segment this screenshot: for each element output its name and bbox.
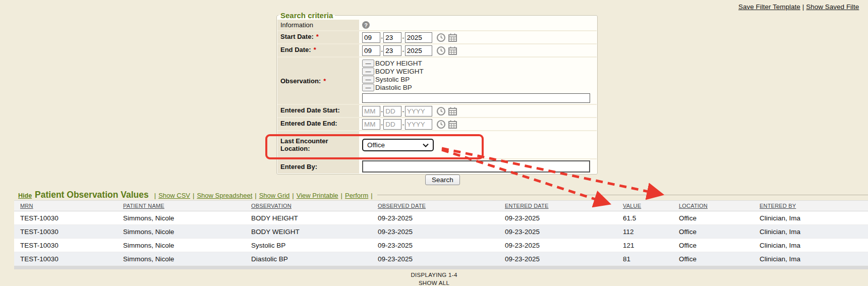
entered-by-row: Entered By: — [277, 159, 597, 174]
cell-mrn: TEST-10030 — [20, 228, 123, 236]
start-date-month-input[interactable]: 09 — [362, 32, 380, 43]
observation-item-label: Diastolic BP — [375, 84, 412, 91]
view-printable-link[interactable]: View Printable — [297, 192, 338, 199]
cell-mrn: TEST-10030 — [20, 242, 123, 249]
calendar-icon[interactable] — [448, 106, 457, 116]
cell-observation: Diastolic BP — [251, 255, 378, 263]
table-row: TEST-10030 Simmons, Nicole Diastolic BP … — [14, 252, 868, 266]
search-button[interactable]: Search — [425, 175, 460, 185]
save-filter-template-link[interactable]: Save Filter Template — [738, 3, 800, 11]
clock-icon[interactable] — [436, 46, 446, 55]
required-asterisk: * — [316, 33, 319, 40]
patient-observation-values-section: Hide Patient Observation Values | Show C… — [0, 190, 868, 286]
calendar-icon[interactable] — [448, 33, 457, 42]
last-encounter-location-select[interactable]: Office — [362, 139, 434, 151]
observation-item: — BODY WEIGHT — [362, 68, 594, 75]
cell-observation: BODY HEIGHT — [251, 214, 378, 222]
entered-date-start-label: Entered Date Start: — [280, 106, 340, 114]
end-date-year-input[interactable]: 2025 — [405, 45, 432, 56]
show-spreadsheet-link[interactable]: Show Spreadsheet — [197, 192, 252, 199]
start-date-row: Start Date:* 09-23-2025 — [277, 31, 597, 44]
date-separator: - — [402, 34, 404, 41]
remove-observation-button[interactable]: — — [362, 60, 374, 67]
last-encounter-selected-value: Office — [367, 141, 385, 149]
entered-end-day-input[interactable]: DD — [383, 119, 401, 130]
remove-observation-button[interactable]: — — [362, 68, 374, 75]
cell-entered-date: 09-23-2025 — [505, 214, 623, 222]
clock-icon[interactable] — [436, 120, 446, 129]
cell-location: Office — [679, 228, 760, 236]
link-separator: | — [371, 192, 372, 199]
column-header-location[interactable]: LOCATION — [679, 203, 760, 209]
search-criteria-legend: Search criteria — [278, 11, 335, 20]
start-date-label: Start Date: — [280, 33, 314, 40]
column-header-entered-by[interactable]: ENTERED BY — [760, 203, 868, 209]
search-criteria-fieldset: Search criteria Information ? Start Date… — [276, 11, 598, 175]
observation-row: Observation:* — BODY HEIGHT — BODY WEIGH… — [277, 58, 597, 105]
cell-entered-by: Clinician, Ima — [760, 255, 868, 263]
entered-start-month-input[interactable]: MM — [362, 106, 380, 117]
cell-location: Office — [679, 242, 760, 249]
clock-icon[interactable] — [436, 106, 446, 116]
calendar-icon[interactable] — [448, 120, 457, 129]
entered-date-end-row: Entered Date End: MM-DD-YYYY — [277, 118, 597, 131]
column-header-entered-date[interactable]: ENTERED DATE — [505, 203, 623, 209]
end-date-month-input[interactable]: 09 — [362, 45, 380, 56]
observation-search-input[interactable] — [362, 93, 590, 103]
entered-by-input[interactable] — [362, 160, 590, 173]
date-separator: - — [381, 121, 383, 128]
start-date-year-input[interactable]: 2025 — [405, 32, 432, 43]
column-header-mrn[interactable]: MRN — [20, 203, 123, 209]
cell-patient-name: Simmons, Nicole — [123, 255, 251, 263]
column-header-observation[interactable]: OBSERVATION — [251, 203, 378, 209]
cell-entered-by: Clinician, Ima — [760, 228, 868, 236]
cell-patient-name: Simmons, Nicole — [123, 242, 251, 249]
observation-item: — Systolic BP — [362, 76, 594, 83]
cell-entered-date: 09-23-2025 — [505, 242, 623, 249]
table-footer-bar — [14, 266, 868, 269]
link-separator: | — [193, 192, 194, 199]
title-divider-line — [377, 195, 868, 195]
date-separator: - — [402, 121, 404, 128]
calendar-icon[interactable] — [448, 46, 457, 55]
show-saved-filters-link[interactable]: Show Saved Filte — [806, 3, 859, 11]
cell-observed-date: 09-23-2025 — [378, 242, 505, 249]
chevron-down-icon — [423, 141, 429, 149]
observation-item-label: BODY HEIGHT — [375, 60, 422, 67]
perform-link[interactable]: Perform — [345, 192, 368, 199]
entered-start-day-input[interactable]: DD — [383, 106, 401, 117]
cell-observation: Systolic BP — [251, 242, 378, 249]
observation-item-label: BODY WEIGHT — [375, 68, 424, 75]
clock-icon[interactable] — [436, 33, 446, 42]
table-header-row: MRN PATIENT NAME OBSERVATION OBSERVED DA… — [14, 200, 868, 211]
entered-start-year-input[interactable]: YYYY — [405, 106, 432, 117]
remove-observation-button[interactable]: — — [362, 84, 374, 91]
hide-link[interactable]: Hide — [18, 192, 32, 199]
date-separator: - — [381, 47, 383, 54]
help-icon[interactable]: ? — [362, 21, 370, 29]
cell-value: 81 — [623, 255, 679, 263]
last-encounter-location-row: Last Encounter Location: Office — [277, 131, 597, 159]
cell-observed-date: 09-23-2025 — [378, 255, 505, 263]
cell-mrn: TEST-10030 — [20, 255, 123, 263]
column-header-observed-date[interactable]: OBSERVED DATE — [378, 203, 505, 209]
remove-observation-button[interactable]: — — [362, 76, 374, 83]
observation-label: Observation: — [280, 77, 321, 85]
date-separator: - — [381, 34, 383, 41]
end-date-row: End Date:* 09-23-2025 — [277, 44, 597, 58]
cell-observation: BODY WEIGHT — [251, 228, 378, 236]
show-csv-link[interactable]: Show CSV — [158, 192, 190, 199]
entered-end-year-input[interactable]: YYYY — [405, 119, 432, 130]
column-header-patient-name[interactable]: PATIENT NAME — [123, 203, 251, 209]
filter-template-links: Save Filter Template|Show Saved Filte — [738, 3, 859, 11]
end-date-day-input[interactable]: 23 — [383, 45, 401, 56]
column-header-value[interactable]: VALUE — [623, 203, 679, 209]
entered-end-month-input[interactable]: MM — [362, 119, 380, 130]
show-grid-link[interactable]: Show Grid — [259, 192, 290, 199]
observation-item: — BODY HEIGHT — [362, 60, 594, 67]
link-separator: | — [255, 192, 256, 199]
required-asterisk: * — [314, 46, 316, 53]
show-all-link[interactable]: SHOW ALL — [419, 280, 449, 286]
start-date-day-input[interactable]: 23 — [383, 32, 401, 43]
cell-patient-name: Simmons, Nicole — [123, 228, 251, 236]
